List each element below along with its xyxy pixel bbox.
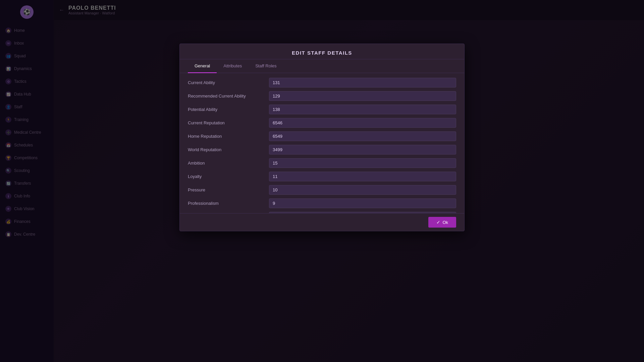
dialog-title: EDIT STAFF DETAILS bbox=[180, 44, 464, 59]
field-label-current-reputation: Current Reputation bbox=[188, 120, 265, 125]
field-input-pressure[interactable] bbox=[269, 185, 456, 195]
field-label-world-reputation: World Reputation bbox=[188, 147, 265, 152]
field-row: Home Reputation bbox=[188, 130, 456, 142]
field-row: Potential Ability bbox=[188, 103, 456, 115]
field-label-ambition: Ambition bbox=[188, 161, 265, 166]
field-label-loyalty: Loyalty bbox=[188, 174, 265, 179]
field-input-current-ability[interactable] bbox=[269, 78, 456, 87]
field-input-loyalty[interactable] bbox=[269, 172, 456, 181]
edit-staff-dialog: EDIT STAFF DETAILS GeneralAttributesStaf… bbox=[179, 44, 465, 231]
field-row: Current Reputation bbox=[188, 117, 456, 129]
field-label-current-ability: Current Ability bbox=[188, 80, 265, 85]
field-row: Loyalty bbox=[188, 170, 456, 182]
field-label-professionalism: Professionalism bbox=[188, 201, 265, 206]
field-label-recommended-current-ability: Recommended Current Ability bbox=[188, 94, 265, 99]
field-row: Professionalism bbox=[188, 197, 456, 209]
field-input-current-reputation[interactable] bbox=[269, 118, 456, 128]
dialog-overlay: EDIT STAFF DETAILS GeneralAttributesStaf… bbox=[0, 0, 644, 362]
dialog-body: Current AbilityRecommended Current Abili… bbox=[180, 73, 464, 213]
dialog-tabs: GeneralAttributesStaff Roles bbox=[180, 59, 464, 73]
dialog-footer: ✓ Ok bbox=[180, 213, 464, 231]
tab-general[interactable]: General bbox=[188, 59, 217, 73]
field-input-home-reputation[interactable] bbox=[269, 131, 456, 141]
field-row: Pressure bbox=[188, 184, 456, 196]
field-row: Ambition bbox=[188, 157, 456, 169]
field-label-home-reputation: Home Reputation bbox=[188, 134, 265, 139]
check-icon: ✓ bbox=[436, 220, 440, 225]
tab-attributes[interactable]: Attributes bbox=[217, 59, 249, 73]
field-row: World Reputation bbox=[188, 143, 456, 156]
field-input-ambition[interactable] bbox=[269, 158, 456, 168]
field-label-potential-ability: Potential Ability bbox=[188, 107, 265, 112]
field-row: Current Ability bbox=[188, 76, 456, 88]
field-input-recommended-current-ability[interactable] bbox=[269, 91, 456, 101]
ok-button[interactable]: ✓ Ok bbox=[428, 217, 456, 228]
field-row: Recommended Current Ability bbox=[188, 90, 456, 102]
field-input-world-reputation[interactable] bbox=[269, 145, 456, 155]
field-row: Sportsmanship bbox=[188, 210, 456, 213]
field-input-professionalism[interactable] bbox=[269, 198, 456, 208]
ok-label: Ok bbox=[442, 220, 448, 225]
field-input-potential-ability[interactable] bbox=[269, 105, 456, 114]
tab-staff-roles[interactable]: Staff Roles bbox=[249, 59, 283, 73]
field-label-pressure: Pressure bbox=[188, 187, 265, 192]
